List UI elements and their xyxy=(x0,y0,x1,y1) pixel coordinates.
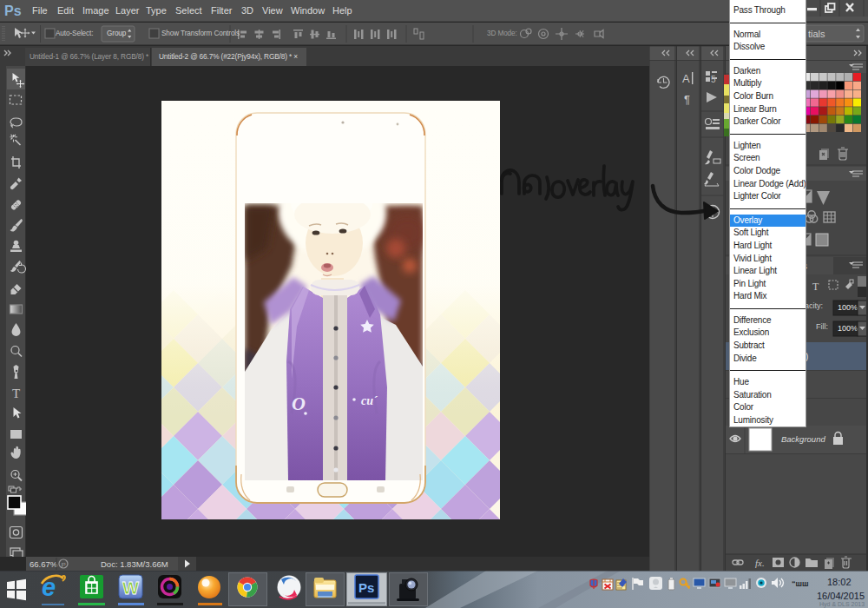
svg-text:Hyd & DLS 2013: Hyd & DLS 2013 xyxy=(819,601,865,608)
svg-text:P: P xyxy=(62,561,66,569)
svg-text:fx.: fx. xyxy=(755,558,765,568)
svg-text:Doc: 1.83M/3.66M: Doc: 1.83M/3.66M xyxy=(101,559,168,569)
svg-text:cu´: cu´ xyxy=(361,394,378,407)
svg-text:W: W xyxy=(122,578,139,598)
svg-text:100%: 100% xyxy=(838,324,858,333)
svg-text:16/04/2015: 16/04/2015 xyxy=(817,591,865,601)
svg-text:100%: 100% xyxy=(838,303,858,312)
svg-text:66.67%: 66.67% xyxy=(30,559,58,569)
svg-text:O: O xyxy=(292,393,306,414)
svg-text:A: A xyxy=(682,72,690,85)
svg-text:¶: ¶ xyxy=(684,93,690,106)
svg-text:5: 5 xyxy=(711,75,716,84)
svg-text:tials: tials xyxy=(808,29,825,39)
svg-text:Fill:: Fill: xyxy=(816,322,828,331)
svg-text:T: T xyxy=(812,281,819,293)
svg-text:Ps: Ps xyxy=(358,580,374,595)
svg-text:Background: Background xyxy=(781,434,825,444)
svg-text:T: T xyxy=(12,387,20,400)
svg-text:“шш: “шш xyxy=(792,579,809,588)
svg-text:18:02: 18:02 xyxy=(827,577,852,587)
